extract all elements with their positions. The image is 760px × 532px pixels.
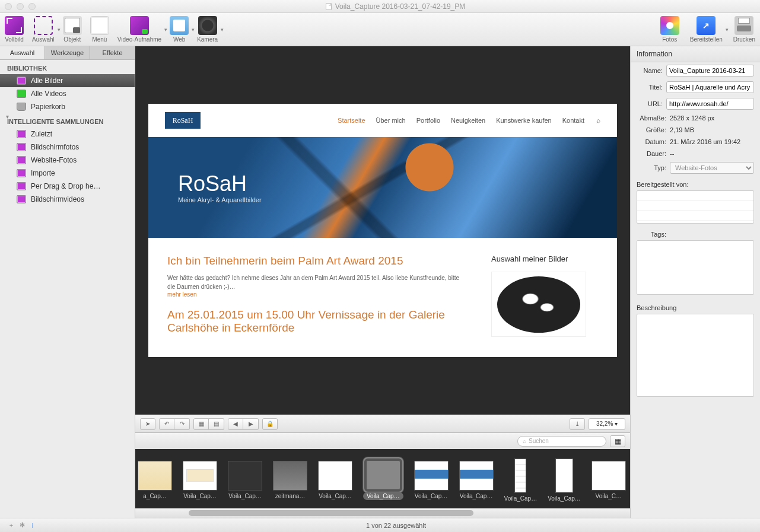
sidebar-item[interactable]: Zuletzt: [0, 128, 135, 141]
auswahl-button[interactable]: Auswahl▾: [32, 16, 55, 43]
site-nav: StartseiteÜber michPortfolioNeuigkeitenK…: [338, 117, 584, 124]
info-button[interactable]: i: [27, 521, 38, 530]
nav-link: Kunstwerke kaufen: [496, 117, 552, 124]
status-text: 1 von 22 ausgewählt: [38, 522, 754, 529]
status-bar: + ✻ i 1 von 22 ausgewählt: [0, 518, 760, 532]
sidebar-item-label: Bildschirmfotos: [31, 143, 79, 151]
print-button[interactable]: Drucken: [733, 16, 755, 43]
url-field[interactable]: [666, 98, 754, 110]
nav-link: Über mich: [376, 117, 406, 124]
thumbnail-item[interactable]: Voila_Cap…: [363, 460, 403, 500]
sidebar-item[interactable]: Website-Fotos: [0, 154, 135, 167]
sidebar-item[interactable]: Papierkorb: [0, 100, 135, 113]
close-window[interactable]: [5, 3, 12, 10]
sidebar-item[interactable]: Bildschirmfotos: [0, 141, 135, 154]
shared-by-box: [637, 190, 754, 224]
thumbnail-label: a_Cap…: [143, 493, 166, 499]
shared-by-title: Bereitgestellt von:: [631, 176, 760, 190]
settings-button[interactable]: ✻: [17, 521, 27, 530]
sidebar-item[interactable]: Per Drag & Drop he…: [0, 180, 135, 193]
name-label: Name:: [637, 67, 663, 74]
search-input[interactable]: ⌕ Suchen: [517, 436, 606, 447]
collection-icon: [17, 77, 26, 85]
thumbnail-image: [366, 460, 400, 490]
vollbild-icon: [5, 16, 24, 35]
title-field[interactable]: [666, 81, 754, 93]
share-button[interactable]: Bereitstellen▾: [690, 16, 723, 43]
nav-next-button[interactable]: ▶: [243, 418, 259, 430]
date-value: 21. März 2016 um 19:42: [670, 138, 754, 145]
nav-prev-button[interactable]: ◀: [228, 418, 243, 430]
objekt-icon: [63, 16, 82, 35]
fotos-icon: [660, 16, 679, 35]
section-title: BIBLIOTHEK: [0, 60, 135, 74]
sidebar-item-label: Alle Bilder: [31, 77, 63, 85]
fit-button[interactable]: ⤓: [570, 418, 585, 430]
thumbnail-strip[interactable]: a_Cap…Voila_Cap…Voila_Cap…zeitmana…Voila…: [135, 449, 630, 508]
tab-werkzeuge[interactable]: Werkzeuge: [45, 46, 90, 59]
tool-label: Bereitstellen: [690, 36, 723, 43]
lock-button[interactable]: 🔒: [262, 418, 278, 430]
web-button[interactable]: Web▾: [170, 16, 189, 43]
thumbnail-item[interactable]: Voila_Cap…: [318, 461, 352, 499]
size-value: 2,19 MB: [670, 126, 754, 133]
thumbnail-item[interactable]: Voila_Cap…: [228, 461, 262, 499]
sidebar-item-label: Alle Videos: [31, 90, 66, 98]
chevron-down-icon: ▾: [726, 27, 729, 33]
thumbnail-label: Voila_Cap…: [319, 493, 352, 499]
sidebar-item[interactable]: Alle Videos: [0, 87, 135, 100]
zoom-window[interactable]: [28, 3, 36, 10]
collection-icon: [17, 130, 26, 138]
section-title: INTELLIGENTE SAMMLUNGEN: [0, 113, 135, 128]
fotos-button[interactable]: Fotos: [660, 16, 679, 43]
undo-button[interactable]: ↶: [159, 418, 174, 430]
thumbnail-image: [138, 461, 172, 490]
align-button-1[interactable]: ▦: [193, 418, 209, 430]
scrollbar-handle[interactable]: [189, 510, 473, 516]
disclosure-triangle[interactable]: ▾: [6, 113, 9, 120]
type-select[interactable]: Website-Fotos: [670, 162, 754, 174]
thumbnail-item[interactable]: Voila_Cap…: [459, 461, 494, 499]
pointer-tool[interactable]: ➤: [140, 418, 155, 430]
thumbnail-image: [183, 461, 217, 490]
nav-link: Neuigkeiten: [451, 117, 485, 124]
video-icon: [130, 16, 149, 35]
thumbnail-item[interactable]: Voila_Cap…: [504, 458, 538, 502]
sidebar-item-label: Importe: [31, 169, 55, 177]
tool-label: Menü: [92, 36, 107, 43]
thumbnail-image: [318, 461, 352, 490]
video-button[interactable]: Video-Aufnahme▾: [117, 16, 161, 43]
thumbnail-item[interactable]: Voila_Cap…: [548, 458, 581, 502]
name-field[interactable]: [666, 65, 754, 77]
preview-area[interactable]: RoSaH StartseiteÜber michPortfolioNeuigk…: [135, 46, 630, 415]
thumbnail-item[interactable]: Voila_Cap…: [414, 461, 449, 499]
sidebar-item[interactable]: Alle Bilder: [0, 74, 135, 87]
add-button[interactable]: +: [6, 521, 17, 530]
view-mode-button[interactable]: ▦: [610, 435, 625, 447]
thumbnail-item[interactable]: zeitmana…: [273, 461, 307, 499]
objekt-button[interactable]: Objekt: [63, 16, 82, 43]
vollbild-button[interactable]: Vollbild: [5, 16, 24, 43]
type-label: Typ:: [637, 164, 666, 171]
zoom-value[interactable]: 32,2% ▾: [589, 418, 625, 430]
align-button-2[interactable]: ▤: [209, 418, 224, 430]
dimensions-label: Abmaße:: [637, 114, 666, 122]
sidebar-item[interactable]: Importe: [0, 167, 135, 180]
thumbnail-scrollbar[interactable]: [135, 508, 630, 518]
auswahl-icon: [34, 16, 53, 35]
redo-button[interactable]: ↷: [174, 418, 190, 430]
tab-auswahl[interactable]: Auswahl: [0, 46, 45, 59]
thumbnail-image: [514, 458, 526, 493]
tab-effekte[interactable]: Effekte: [90, 46, 135, 59]
description-field[interactable]: [637, 314, 754, 397]
thumbnail-item[interactable]: Voila_Cap…: [183, 461, 217, 499]
thumbnail-item[interactable]: Voila_C…: [592, 461, 626, 499]
menu-button[interactable]: Menü: [90, 16, 109, 43]
sidebar-item[interactable]: Bildschirmvideos: [0, 193, 135, 206]
kamera-button[interactable]: Kamera▾: [197, 16, 218, 43]
thumbnail-toolbar: ⌕ Suchen ▦: [135, 432, 630, 449]
minimize-window[interactable]: [17, 3, 24, 10]
collection-icon: [17, 182, 26, 190]
thumbnail-item[interactable]: a_Cap…: [138, 461, 172, 499]
tags-field[interactable]: [637, 240, 754, 295]
